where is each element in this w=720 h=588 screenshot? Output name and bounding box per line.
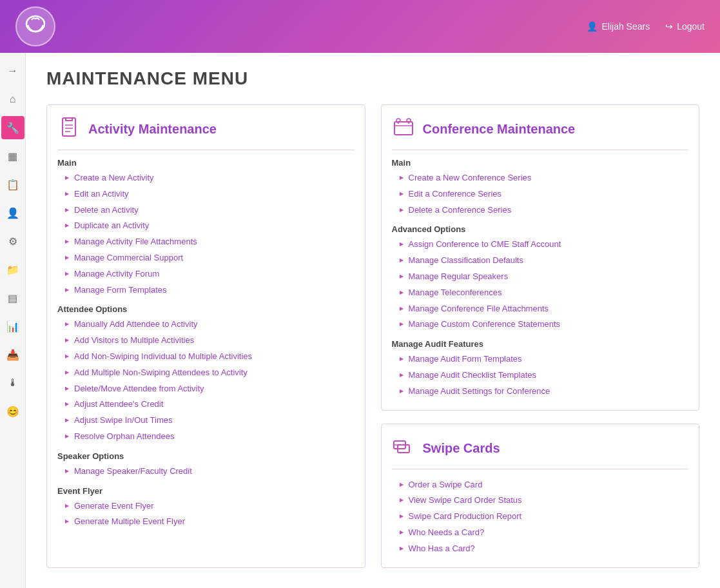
sidebar-item-users[interactable]: 👤 [1,201,24,224]
flyer-label: Event Flyer [57,486,355,496]
menu-link-item[interactable]: Manage Teleconferences [392,285,689,301]
menu-link-item[interactable]: Swipe Card Production Report [392,509,689,525]
menu-link-item[interactable]: Manage Custom Conference Statements [392,317,689,333]
menu-link-item[interactable]: Order a Swipe Card [392,477,689,493]
menu-link-item[interactable]: Manage Classification Defaults [392,253,689,269]
sidebar-item-maintenance[interactable]: 🔧 [1,116,24,139]
sidebar-item-reports[interactable]: 📋 [1,173,24,196]
sidebar-item-arrow[interactable]: → [1,59,24,83]
menu-link-item[interactable]: Duplicate an Activity [57,218,355,234]
advanced-options-label: Advanced Options [392,224,689,234]
activity-maintenance-panel: Activity Maintenance Main Create a New A… [46,104,365,568]
swipe-cards-links: Order a Swipe CardView Swipe Card Order … [392,477,689,557]
menu-link-item[interactable]: Generate Multiple Event Flyer [57,514,355,530]
activity-section-title: Activity Maintenance [88,122,217,137]
sidebar-item-list[interactable]: ▤ [1,286,24,309]
menu-link-item[interactable]: Add Multiple Non-Swiping Attendees to Ac… [57,365,355,381]
menu-link-item[interactable]: Edit a Conference Series [392,186,689,202]
menu-link-item[interactable]: Manage Audit Form Templates [392,351,689,368]
attendee-options-label: Attendee Options [57,304,355,314]
menu-link-item[interactable]: Adjust Attendee's Credit [57,397,355,413]
activity-section-header: Activity Maintenance [57,115,355,150]
activity-main-links: Create a New ActivityEdit an ActivityDel… [57,170,355,298]
menu-link-item[interactable]: Edit an Activity [57,186,355,202]
logout-icon: ↪ [665,21,673,32]
sidebar: → ⌂ 🔧 ▦ 📋 👤 ⚙ 📁 ▤ 📊 📥 🌡 😊 [0,53,26,588]
menu-link-item[interactable]: Manually Add Attendee to Activity [57,317,355,333]
swipe-cards-panel: Swipe Cards Order a Swipe CardView Swipe… [381,424,700,568]
svg-rect-5 [394,122,413,135]
speaker-options-label: Speaker Options [57,451,355,461]
logo-icon [15,6,55,46]
menu-link-item[interactable]: Manage Speaker/Faculty Credit [57,464,355,480]
sidebar-item-smiley[interactable]: 😊 [1,400,24,423]
menu-link-item[interactable]: Delete an Activity [57,202,355,219]
conference-main-label: Main [392,158,689,168]
menu-link-item[interactable]: Manage Activity File Attachments [57,234,355,250]
menu-link-item[interactable]: Manage Regular Speakers [392,269,689,285]
logout-label: Logout [677,21,705,32]
sidebar-item-settings[interactable]: ⚙ [1,230,24,253]
speaker-links: Manage Speaker/Faculty Credit [57,464,355,480]
menu-link-item[interactable]: Who Needs a Card? [392,525,689,541]
menu-link-item[interactable]: Delete a Conference Series [392,202,689,219]
audit-links: Manage Audit Form TemplatesManage Audit … [392,351,689,399]
conference-icon [392,115,415,143]
conference-maintenance-panel: Conference Maintenance Main Create a New… [381,104,700,411]
menu-link-item[interactable]: Manage Form Templates [57,282,355,299]
menu-link-item[interactable]: Resolve Orphan Attendees [57,429,355,445]
sidebar-item-chart[interactable]: 📊 [1,315,24,338]
user-info[interactable]: 👤 Elijah Sears [587,21,650,32]
sidebar-item-folder[interactable]: 📁 [1,258,24,281]
menu-link-item[interactable]: Manage Activity Forum [57,266,355,282]
activity-icon [57,115,81,143]
conference-section-header: Conference Maintenance [392,115,689,150]
menu-link-item[interactable]: Manage Conference File Attachments [392,301,689,317]
menu-link-item[interactable]: Manage Audit Settings for Conference [392,384,689,400]
app-header: 👤 Elijah Sears ↪ Logout [0,0,720,53]
menu-link-item[interactable]: Adjust Swipe In/Out Times [57,413,355,429]
attendee-links: Manually Add Attendee to ActivityAdd Vis… [57,317,355,444]
logo-area [15,6,55,46]
menu-link-item[interactable]: Delete/Move Attendee from Activity [57,381,355,397]
two-column-layout: Activity Maintenance Main Create a New A… [46,104,699,581]
activity-main-label: Main [57,158,355,168]
sidebar-item-inbox[interactable]: 📥 [1,343,24,366]
audit-features-label: Manage Audit Features [392,339,689,349]
menu-link-item[interactable]: Assign Conference to CME Staff Account [392,237,689,253]
page-title: MAINTENANCE MENU [46,68,699,89]
menu-link-item[interactable]: Generate Event Flyer [57,498,355,514]
menu-link-item[interactable]: View Swipe Card Order Status [392,493,689,509]
conference-section-title: Conference Maintenance [423,122,576,137]
advanced-links: Assign Conference to CME Staff AccountMa… [392,237,689,333]
header-right: 👤 Elijah Sears ↪ Logout [587,21,705,32]
main-content: MAINTENANCE MENU Activity Maintenance [26,53,720,588]
sidebar-item-home[interactable]: ⌂ [1,88,24,111]
menu-link-item[interactable]: Create a New Conference Series [392,170,689,186]
app-body: → ⌂ 🔧 ▦ 📋 👤 ⚙ 📁 ▤ 📊 📥 🌡 😊 MAINTENANCE ME… [0,53,720,588]
swipe-cards-title: Swipe Cards [423,441,500,456]
user-name: Elijah Sears [601,21,650,32]
user-icon: 👤 [587,21,598,32]
sidebar-item-thermometer[interactable]: 🌡 [1,371,24,395]
swipe-cards-header: Swipe Cards [392,435,689,469]
menu-link-item[interactable]: Create a New Activity [57,170,355,186]
flyer-links: Generate Event FlyerGenerate Multiple Ev… [57,498,355,531]
menu-link-item[interactable]: Who Has a Card? [392,541,689,557]
menu-link-item[interactable]: Add Visitors to Multiple Activities [57,333,355,349]
sidebar-item-grid[interactable]: ▦ [1,144,24,168]
menu-link-item[interactable]: Manage Audit Checklist Templates [392,368,689,384]
menu-link-item[interactable]: Manage Commercial Support [57,250,355,266]
right-column: Conference Maintenance Main Create a New… [381,104,700,581]
logout-button[interactable]: ↪ Logout [665,21,705,32]
conference-main-links: Create a New Conference SeriesEdit a Con… [392,170,689,218]
swipe-cards-icon [392,435,415,462]
menu-link-item[interactable]: Add Non-Swiping Individual to Multiple A… [57,349,355,365]
